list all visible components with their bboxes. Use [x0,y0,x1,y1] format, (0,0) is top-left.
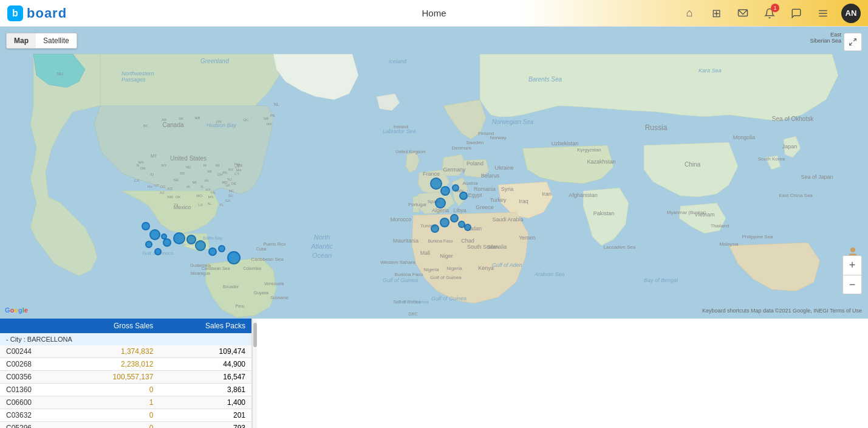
map-cluster [145,241,152,248]
svg-text:Russia: Russia [645,123,668,132]
svg-text:BC: BC [143,124,149,128]
map-cluster [440,218,449,227]
scrollbar-thumb[interactable] [253,323,257,347]
map-cluster [464,224,471,231]
svg-text:Afghanistan: Afghanistan [569,192,598,198]
row-gross-sales: 100,557,137 [66,371,159,384]
svg-text:NS: NS [267,122,272,126]
svg-text:Norway: Norway [490,135,506,140]
svg-text:NL: NL [274,102,279,106]
col-header-sales-packs: Sales Packs [159,319,251,333]
row-code: C03632 [0,409,66,422]
svg-text:TX: TX [174,203,179,207]
col-header-code [0,319,66,333]
svg-text:Gulf of Aden: Gulf of Aden [492,262,522,268]
svg-text:Austria: Austria [463,181,478,186]
notification-badge: 1 [771,4,779,12]
map-cluster [149,229,160,240]
svg-text:NJ: NJ [227,178,231,181]
row-gross-sales: 0 [66,384,159,396]
svg-text:Guyana: Guyana [254,291,269,295]
row-sales-packs: 1,400 [159,396,251,409]
svg-text:Yemen: Yemen [519,235,536,241]
svg-text:Colombia: Colombia [243,266,261,271]
svg-text:Denmark: Denmark [452,145,472,151]
map-cluster [161,233,167,240]
svg-text:Ireland: Ireland [394,124,408,129]
table-row: C05296 0 793 [0,422,251,429]
svg-text:CA: CA [134,179,139,182]
menu-icon[interactable] [815,5,832,22]
svg-text:Niger: Niger [440,253,453,259]
svg-text:Saudi Arabia: Saudi Arabia [492,216,523,223]
svg-line-160 [853,39,856,41]
zoom-in-button[interactable]: + [842,255,862,275]
svg-text:SD: SD [180,171,185,175]
row-code: C06600 [0,396,66,409]
svg-text:Egypt: Egypt [468,192,482,198]
svg-text:North: North [314,233,330,241]
row-gross-sales: 0 [66,422,159,429]
svg-text:Ukraine: Ukraine [494,165,513,171]
svg-text:Iceland: Iceland [389,58,407,64]
svg-text:Gulf of Guinea: Gulf of Guinea [383,277,418,283]
svg-text:KS: KS [168,187,173,190]
svg-text:IL: IL [200,185,204,188]
svg-text:Ocean: Ocean [312,252,332,259]
svg-text:United Kingdom: United Kingdom [395,150,426,154]
svg-text:China: China [685,161,701,168]
page-title: Home [422,8,446,18]
svg-text:NV: NV [148,185,152,188]
svg-text:Gulf of Guinea: Gulf of Guinea [431,295,466,302]
svg-text:NM: NM [167,195,173,199]
row-code: C01360 [0,384,66,396]
map-cluster [142,222,150,230]
map-container[interactable]: North Atlantic Ocean Norwegian Sea Baren… [0,27,868,319]
svg-text:IA: IA [186,185,190,188]
row-sales-packs: 109,474 [159,345,251,358]
row-sales-packs: 793 [159,422,251,429]
svg-text:ND: ND [186,165,191,169]
table-row: C03632 0 201 [0,409,251,422]
svg-text:Caribbean Sea: Caribbean Sea [202,266,230,271]
svg-text:Pakistan: Pakistan [593,210,615,216]
svg-point-162 [850,247,855,252]
fullscreen-button[interactable] [844,33,862,51]
map-type-map-btn[interactable]: Map [7,33,36,48]
comment-icon[interactable] [788,5,805,22]
svg-text:Mongolia: Mongolia [733,134,756,140]
zoom-out-button[interactable]: − [842,275,862,294]
table-row: C01360 0 3,861 [0,384,251,396]
row-code: C00268 [0,358,66,371]
svg-text:NB: NB [264,117,268,120]
svg-text:Ecuador: Ecuador [223,285,239,289]
svg-text:ID: ID [150,173,154,176]
table-row: C06600 1 1,400 [0,396,251,409]
chat-icon[interactable] [734,5,751,22]
svg-text:Laccadive Sea: Laccadive Sea [604,244,636,250]
svg-text:NY: NY [228,168,233,171]
svg-text:DE: DE [231,182,236,185]
map-cluster [186,235,196,244]
svg-text:United States: United States [170,155,207,162]
svg-text:AL: AL [207,202,212,205]
scrollbar[interactable] [252,319,257,428]
svg-text:Belarus: Belarus [481,173,500,179]
svg-text:LA: LA [198,203,202,207]
svg-text:Philippine Sea: Philippine Sea [742,234,773,240]
avatar[interactable]: AN [841,4,861,23]
svg-text:MO: MO [196,194,202,198]
map-type-satellite-btn[interactable]: Satellite [36,33,77,48]
svg-text:Greece: Greece [476,204,494,210]
svg-text:WY: WY [161,164,167,167]
svg-text:PA: PA [222,171,227,174]
svg-text:Sea of Okhotsk: Sea of Okhotsk [772,116,814,122]
svg-text:Kyrgyzstan: Kyrgyzstan [577,147,601,153]
home-icon[interactable]: ⌂ [681,5,698,22]
svg-text:FL: FL [219,203,224,207]
data-table-wrapper: Gross Sales Sales Packs - City : BARCELL… [0,319,252,428]
grid-icon[interactable]: ⊞ [708,5,725,22]
svg-text:Thailand: Thailand [711,223,730,229]
svg-text:OK: OK [176,195,181,199]
bell-icon[interactable]: 1 [761,5,778,22]
